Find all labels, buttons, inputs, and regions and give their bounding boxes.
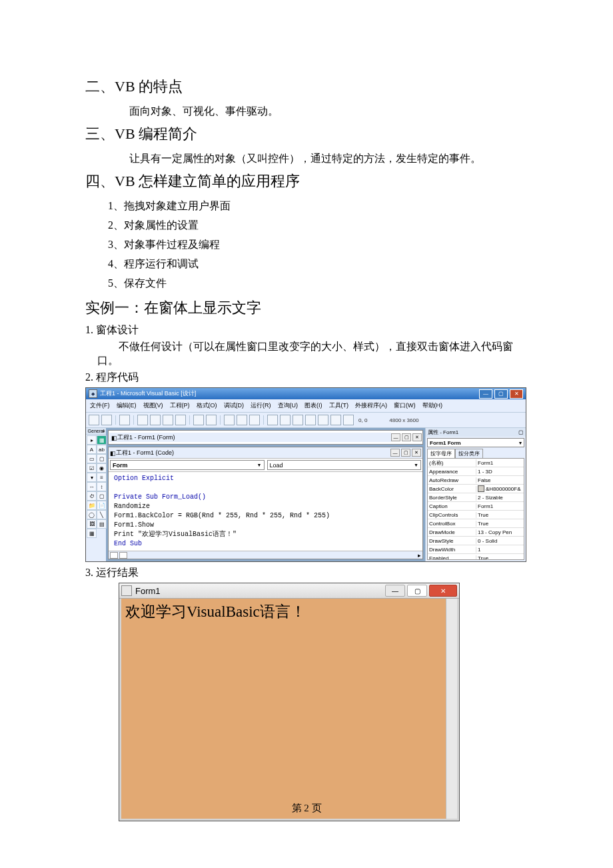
- vscroll-tool-icon[interactable]: ↕: [97, 482, 107, 491]
- minimize-icon[interactable]: —: [479, 389, 492, 399]
- list-item: 1、拖拽对象建立用户界面: [108, 197, 526, 216]
- line-tool-icon[interactable]: ╲: [97, 510, 107, 519]
- toolbar-icon[interactable]: [280, 415, 291, 425]
- frame-tool-icon[interactable]: ▭: [87, 454, 97, 463]
- stop-icon[interactable]: [249, 415, 260, 425]
- maximize-icon[interactable]: ▢: [401, 449, 410, 457]
- pointer-tool-icon[interactable]: ▸: [87, 435, 97, 445]
- toolbar-icon[interactable]: [267, 415, 278, 425]
- toolbar-icon[interactable]: [305, 415, 316, 425]
- menu-item[interactable]: 图表(I): [305, 401, 322, 410]
- menu-item[interactable]: 工具(T): [329, 401, 349, 410]
- toolbox-tab[interactable]: General×: [86, 428, 106, 435]
- toolbar-icon[interactable]: [318, 415, 328, 425]
- find-icon[interactable]: [175, 415, 186, 425]
- view-mode-icon[interactable]: [119, 552, 127, 559]
- properties-grid[interactable]: (名称)Form1Appearance1 - 3DAutoRedrawFalse…: [427, 458, 524, 560]
- minimize-icon[interactable]: —: [391, 433, 400, 441]
- drive-tool-icon[interactable]: ▢: [97, 491, 107, 501]
- picturebox-tool-icon[interactable]: ▦: [97, 435, 107, 445]
- property-row[interactable]: DrawMode13 - Copy Pen: [428, 528, 524, 537]
- toolbar-icon[interactable]: [293, 415, 303, 425]
- property-row[interactable]: CaptionForm1: [428, 502, 524, 511]
- property-row[interactable]: Appearance1 - 3D: [428, 467, 524, 476]
- tab-alphabetical[interactable]: 按字母序: [427, 449, 455, 458]
- label-tool-icon[interactable]: A: [87, 445, 97, 454]
- redo-icon[interactable]: [206, 415, 217, 425]
- property-row[interactable]: DrawStyle0 - Solid: [428, 537, 524, 545]
- menu-item[interactable]: 查询(U): [278, 401, 299, 410]
- object-combo[interactable]: Form1 Form▾: [427, 438, 524, 447]
- property-row[interactable]: (名称)Form1: [428, 459, 524, 467]
- dropdown-icon: ▼: [414, 463, 418, 467]
- object-selector[interactable]: Form▼: [110, 460, 265, 470]
- minimize-icon[interactable]: —: [385, 585, 405, 597]
- property-row[interactable]: ControlBoxTrue: [428, 519, 524, 528]
- view-mode-icon[interactable]: [110, 552, 118, 559]
- hscroll-tool-icon[interactable]: ↔: [87, 482, 97, 491]
- listbox-tool-icon[interactable]: ≡: [97, 473, 107, 482]
- menu-item[interactable]: 帮助(H): [422, 401, 443, 410]
- run-icon[interactable]: [224, 415, 235, 425]
- close-icon[interactable]: ✕: [510, 389, 523, 399]
- code-editor[interactable]: Option Explicit Private Sub Form_Load()R…: [109, 472, 422, 551]
- minimize-icon[interactable]: —: [390, 449, 400, 457]
- timer-tool-icon[interactable]: ⏱: [87, 491, 97, 501]
- property-row[interactable]: DrawWidth1: [428, 545, 524, 554]
- toolbar-icon[interactable]: [101, 415, 112, 425]
- form-designer-window: ◧工程1 - Form1 (Form) —▢✕: [108, 430, 423, 445]
- panel-button-icon[interactable]: ▢: [518, 429, 524, 435]
- maximize-icon[interactable]: ▢: [407, 585, 427, 597]
- property-row[interactable]: EnabledTrue: [428, 554, 524, 560]
- list-item: 5、保存文件: [108, 274, 526, 293]
- form-icon: ◧: [111, 435, 117, 441]
- close-icon[interactable]: ✕: [412, 449, 421, 457]
- maximize-icon[interactable]: ▢: [494, 389, 508, 399]
- property-row[interactable]: AutoRedrawFalse: [428, 476, 524, 485]
- copy-icon[interactable]: [150, 415, 161, 425]
- dir-tool-icon[interactable]: 📁: [87, 501, 97, 510]
- vb-ide-screenshot: ◆ 工程1 - Microsoft Visual Basic [设计] — ▢ …: [85, 387, 526, 562]
- image-tool-icon[interactable]: 🖼: [87, 519, 97, 529]
- ole-tool-icon[interactable]: ▦: [87, 529, 97, 538]
- toolbox-close-icon[interactable]: ×: [102, 428, 105, 434]
- toolbar-icon[interactable]: [330, 415, 341, 425]
- property-row[interactable]: ClipControlsTrue: [428, 511, 524, 519]
- toolbar-icon[interactable]: [89, 415, 99, 425]
- procedure-selector[interactable]: Load▼: [267, 460, 422, 470]
- maximize-icon[interactable]: ▢: [402, 433, 411, 441]
- menu-item[interactable]: 外接程序(A): [355, 401, 387, 410]
- data-tool-icon[interactable]: ▤: [97, 519, 107, 529]
- menu-item[interactable]: 文件(F): [90, 401, 110, 410]
- scroll-right-icon[interactable]: ▸: [418, 552, 421, 559]
- close-icon[interactable]: ✕: [429, 585, 457, 597]
- cut-icon[interactable]: [137, 415, 148, 425]
- tab-categorized[interactable]: 按分类序: [455, 449, 483, 458]
- dropdown-icon: ▼: [257, 463, 262, 467]
- menu-item[interactable]: 格式(O): [197, 401, 217, 410]
- undo-icon[interactable]: [193, 415, 204, 425]
- checkbox-tool-icon[interactable]: ☑: [87, 463, 97, 473]
- shape-tool-icon[interactable]: ◯: [87, 510, 97, 519]
- menu-item[interactable]: 工程(P): [170, 401, 190, 410]
- property-row[interactable]: BackColor&H8000000F&: [428, 485, 524, 493]
- toolbar-icon[interactable]: [343, 415, 354, 425]
- menu-item[interactable]: 编辑(E): [117, 401, 137, 410]
- menu-item[interactable]: 窗口(W): [394, 401, 416, 410]
- menu-item[interactable]: 运行(R): [251, 401, 271, 410]
- paste-icon[interactable]: [163, 415, 173, 425]
- button-tool-icon[interactable]: ▢: [97, 454, 107, 463]
- menu-item[interactable]: 视图(V): [143, 401, 163, 410]
- vertical-scrollbar[interactable]: [446, 599, 457, 819]
- pause-icon[interactable]: [237, 415, 247, 425]
- file-tool-icon[interactable]: 📄: [97, 501, 107, 510]
- close-icon[interactable]: ✕: [412, 433, 422, 441]
- save-icon[interactable]: [119, 415, 130, 425]
- list-item: 4、程序运行和调试: [108, 255, 526, 274]
- combobox-tool-icon[interactable]: ▾: [87, 473, 97, 482]
- textbox-tool-icon[interactable]: ab: [97, 445, 107, 454]
- radio-tool-icon[interactable]: ◉: [97, 463, 107, 473]
- para-features: 面向对象、可视化、事件驱动。: [108, 102, 526, 120]
- menu-item[interactable]: 调试(D): [224, 401, 245, 410]
- property-row[interactable]: BorderStyle2 - Sizable: [428, 493, 524, 502]
